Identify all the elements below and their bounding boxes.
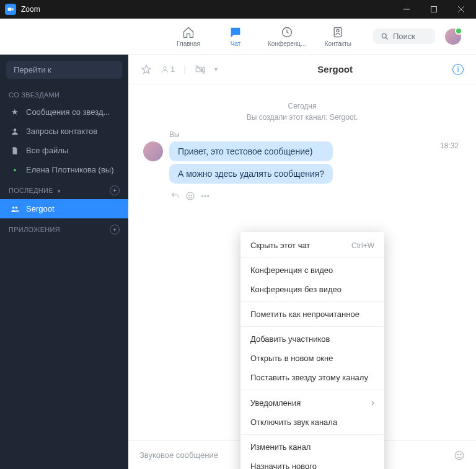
nav-conference[interactable]: Конференц... xyxy=(268,25,306,47)
video-off-icon[interactable] xyxy=(195,64,206,75)
chat-title: Sergoot xyxy=(226,64,444,74)
svg-point-17 xyxy=(188,195,189,195)
svg-point-24 xyxy=(461,453,462,455)
svg-point-13 xyxy=(164,66,167,69)
context-menu: Скрыть этот чат Ctrl+W Конференция с вид… xyxy=(240,232,384,469)
cm-conf-video[interactable]: Конференция с видео xyxy=(240,261,384,280)
message-bubble: Привет, это тестовое сообщение) xyxy=(169,141,333,161)
person-icon xyxy=(161,65,169,74)
svg-rect-2 xyxy=(431,7,437,12)
cm-add-members[interactable]: Добавить участников xyxy=(240,329,384,349)
user-icon xyxy=(10,127,20,136)
home-icon xyxy=(182,25,195,39)
chat-icon xyxy=(229,25,242,39)
section-apps-header[interactable]: ПРИЛОЖЕНИЯ + xyxy=(0,218,128,238)
window-close[interactable] xyxy=(447,0,475,19)
react-icon[interactable] xyxy=(185,191,195,201)
message-bubble: А можно здесь удалять сообщения? xyxy=(169,164,333,184)
message-time: 18:32 xyxy=(440,141,459,150)
star-outline-icon[interactable] xyxy=(141,64,152,75)
cm-open-window[interactable]: Открыть в новом окне xyxy=(240,349,384,368)
cm-star-channel[interactable]: Поставить звезду этому каналу xyxy=(240,368,384,387)
cm-mark-unread[interactable]: Пометить как непрочитанное xyxy=(240,305,384,324)
cm-notifications[interactable]: Уведомления › xyxy=(240,393,384,413)
chevron-right-icon: › xyxy=(371,398,374,408)
sidebar-self[interactable]: ● Елена Плотникова (вы) xyxy=(0,160,128,179)
info-icon[interactable]: i xyxy=(452,64,464,75)
add-recent-button[interactable]: + xyxy=(110,185,120,195)
svg-point-7 xyxy=(337,29,339,32)
cm-hide-chat[interactable]: Скрыть этот чат Ctrl+W xyxy=(240,236,384,255)
more-icon[interactable] xyxy=(200,191,210,201)
message-avatar xyxy=(143,141,163,161)
svg-point-21 xyxy=(208,195,209,197)
reply-icon[interactable] xyxy=(170,191,180,201)
day-separator: Сегодня xyxy=(143,102,461,110)
cm-assign-admin[interactable]: Назначить нового администратора xyxy=(240,457,384,469)
cm-mute[interactable]: Отключить звук канала xyxy=(240,413,384,432)
window-maximize[interactable] xyxy=(420,0,447,19)
nav-chat[interactable]: Чат xyxy=(221,25,250,47)
svg-point-20 xyxy=(205,195,206,197)
chevron-down-icon: ▾ xyxy=(58,188,61,194)
cm-conf-novideo[interactable]: Конференция без видео xyxy=(240,280,384,299)
svg-line-9 xyxy=(386,37,388,39)
clock-icon xyxy=(280,25,294,39)
svg-point-12 xyxy=(15,206,17,208)
svg-point-11 xyxy=(12,206,15,208)
app-icon xyxy=(5,4,16,15)
svg-point-22 xyxy=(455,451,464,460)
channel-icon xyxy=(10,205,20,213)
svg-line-15 xyxy=(196,65,205,74)
member-count[interactable]: 1 xyxy=(161,65,175,74)
goto-input[interactable]: Перейти к xyxy=(6,61,122,79)
section-starred-header: СО ЗВЕЗДАМИ xyxy=(0,85,128,102)
svg-point-19 xyxy=(201,195,203,197)
chevron-down-icon[interactable]: ▾ xyxy=(214,66,218,73)
contacts-icon xyxy=(331,25,345,39)
sidebar-all-files[interactable]: Все файлы xyxy=(0,141,128,160)
svg-point-23 xyxy=(457,453,459,455)
section-recent-header[interactable]: ПОСЛЕДНИЕ ▾ + xyxy=(0,179,128,199)
system-message: Вы создали этот канал: Sergoot. xyxy=(143,113,461,122)
svg-point-10 xyxy=(14,128,17,132)
presence-dot-icon: ● xyxy=(10,167,20,173)
sidebar-starred-messages[interactable]: ★ Сообщения со звезд... xyxy=(0,102,128,122)
search-input[interactable]: Поиск xyxy=(373,29,435,44)
svg-point-8 xyxy=(382,34,386,38)
file-icon xyxy=(10,146,20,155)
svg-point-18 xyxy=(191,195,192,195)
search-icon xyxy=(381,32,389,41)
sidebar-chat-sergoot[interactable]: Sergoot xyxy=(0,199,128,218)
sidebar-contact-requests[interactable]: Запросы контактов xyxy=(0,122,128,141)
message-author: Вы xyxy=(169,130,333,139)
window-title: Zoom xyxy=(21,5,393,14)
star-icon: ★ xyxy=(10,107,20,117)
emoji-icon[interactable] xyxy=(454,450,465,461)
cm-edit-channel[interactable]: Изменить канал xyxy=(240,437,384,457)
nav-home[interactable]: Главная xyxy=(174,25,203,47)
nav-contacts[interactable]: Контакты xyxy=(323,25,353,47)
window-minimize[interactable] xyxy=(393,0,420,19)
svg-point-16 xyxy=(187,192,194,200)
profile-avatar[interactable] xyxy=(445,29,461,45)
svg-rect-0 xyxy=(8,8,12,11)
add-app-button[interactable]: + xyxy=(110,225,120,234)
